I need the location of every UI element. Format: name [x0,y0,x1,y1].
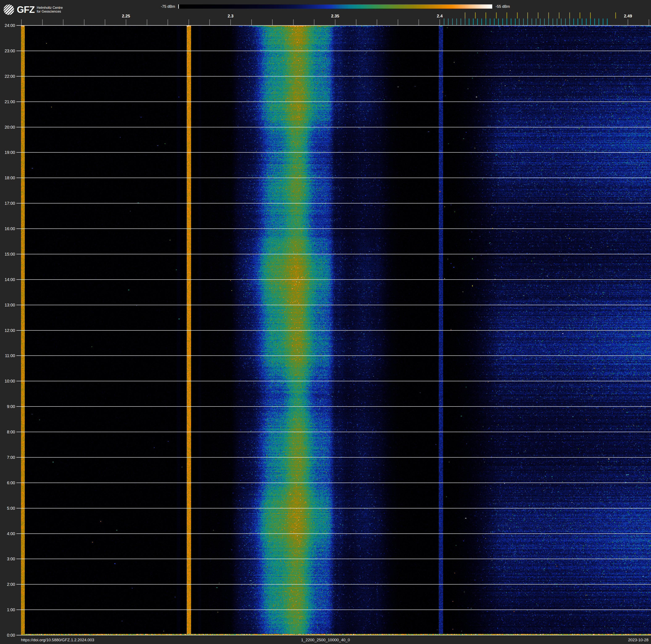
ble-channel-tick [540,19,540,25]
plot-border-line [17,635,651,635]
ble-channel-tick [523,19,524,25]
time-tick-label: 15:00 [0,252,15,257]
hour-gridline [17,457,651,458]
ble-channel-tick [527,19,528,25]
wifi-channel-tick [559,12,559,19]
hour-gridline [17,127,651,127]
wifi-channel-tick [496,12,497,19]
hour-gridline [17,101,651,102]
wifi-channel-tick [517,12,518,19]
ble-channel-tick [553,19,553,25]
time-tick-label: 18:00 [0,175,15,180]
wifi-channel-tick [486,12,486,19]
hour-gridline [17,178,651,178]
ble-channel-tick [582,19,582,25]
ble-channel-tick [536,19,536,25]
ble-channel-tick [557,19,557,25]
wifi-channel-tick [548,12,549,19]
time-tick-label: 2:00 [0,582,15,587]
hour-gridline [17,305,651,305]
ble-channel-tick [490,19,490,25]
freq-minor-tick [42,19,43,25]
ble-channel-tick [561,19,562,25]
hour-gridline [17,254,651,254]
freq-minor-tick [230,19,231,25]
time-tick-label: 1:00 [0,607,15,612]
wifi-channel-tick [506,12,507,19]
ble-channel-tick [548,19,549,25]
wifi-channel-tick [580,12,580,19]
ble-channel-tick [569,19,570,25]
ble-channel-tick [481,19,482,25]
gfz-logo-icon [3,4,14,15]
ble-channel-tick [515,19,516,25]
ble-channel-tick [498,19,499,25]
wifi-channel-tick [538,12,538,19]
time-tick-label: 17:00 [0,201,15,206]
colorbar-min-label: -75 dBm [150,4,175,9]
time-tick-label: 14:00 [0,277,15,282]
ble-channel-tick [590,19,591,25]
freq-minor-tick [628,19,628,25]
ble-channel-tick [506,19,507,25]
wifi-channel-tick [569,12,570,19]
freq-minor-tick [649,19,649,25]
ble-channel-tick [594,19,595,25]
freq-minor-tick [167,19,168,25]
hour-gridline [17,381,651,381]
freq-minor-tick [63,19,63,25]
time-tick-label: 6:00 [0,480,15,485]
freq-minor-tick [21,19,22,25]
hour-gridline [17,279,651,280]
colorbar [178,4,492,9]
freq-tick-label: 2.49 [620,13,636,19]
time-tick-label: 9:00 [0,404,15,409]
spectrogram-page: GFZ Helmholtz Centre for Geosciences -75… [0,0,651,644]
freq-minor-tick [105,19,105,25]
wifi-channel-tick [590,12,591,19]
freq-minor-tick [251,19,252,25]
freq-minor-tick [356,19,356,25]
time-tick-label: 13:00 [0,302,15,308]
hour-gridline [17,533,651,534]
ble-channel-tick [465,19,465,25]
gfz-logo: GFZ Helmholtz Centre for Geosciences [3,4,63,15]
hour-gridline [17,482,651,483]
gfz-logo-subtitle-line1: Helmholtz Centre [37,6,63,10]
freq-minor-tick [314,19,314,25]
freq-minor-tick [84,19,85,25]
ble-channel-tick [461,19,461,25]
ble-channel-tick [544,19,545,25]
freq-minor-tick [377,19,377,25]
ble-channel-tick [511,19,512,25]
gfz-logo-text: GFZ [17,5,35,14]
freq-minor-tick [272,19,273,25]
time-tick-label: 12:00 [0,328,15,333]
ble-channel-tick [598,19,599,25]
hour-gridline [17,432,651,432]
date-label: 2023-10-28 [628,638,649,643]
time-tick-label: 19:00 [0,150,15,155]
freq-tick-label: 2.25 [118,13,134,19]
hour-gridline [17,508,651,508]
hour-gridline [17,559,651,559]
hour-gridline [17,203,651,203]
hour-gridline [17,152,651,153]
wifi-channel-tick [465,12,465,19]
ble-channel-tick [486,19,486,25]
ble-channel-tick [469,19,469,25]
plot-border-line [17,25,651,26]
ble-channel-tick [456,19,457,25]
ble-channel-tick [473,19,473,25]
time-tick-label: 7:00 [0,455,15,460]
freq-minor-tick [335,19,335,25]
time-tick-label: 0:00 [0,633,15,638]
ble-channel-tick [477,19,478,25]
dataset-id: 1_2200_2500_10000_40_0 [0,638,651,643]
time-tick-label: 8:00 [0,430,15,435]
wifi-channel-tick [475,12,476,19]
ble-channel-tick [448,19,448,25]
freq-minor-tick [209,19,210,25]
freq-tick-label: 2.4 [431,13,448,19]
time-tick-label: 3:00 [0,556,15,561]
